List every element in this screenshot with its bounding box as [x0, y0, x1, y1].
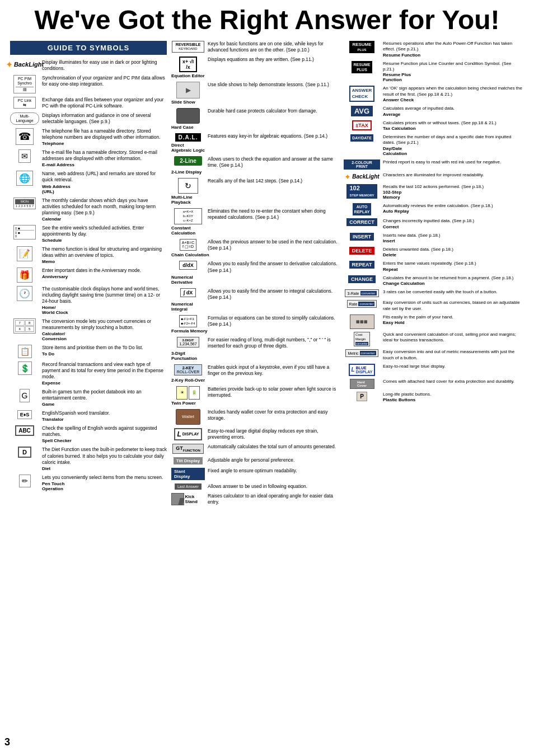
backlight2-desc: Characters are illuminated for improved …	[383, 172, 524, 178]
list-item: 🌐 Name, web address (URL) and remarks ar…	[10, 171, 167, 194]
multi-lang-icon: Multi-Language	[10, 112, 39, 124]
left-column: GUIDE TO SYMBOLS ✦ BackLight Display ill…	[10, 41, 167, 495]
list-item: d/dX Allows you to easily find the answe…	[171, 261, 339, 284]
formula-name: Formula Memory	[171, 328, 339, 334]
list-item: MON 1234567 The monthly calendar shows w…	[10, 198, 167, 222]
display-icon: L DISPLAY	[171, 428, 205, 440]
list-item: Tilt Display Adjustable angle for person…	[171, 457, 339, 464]
list-item: PC Link ⇆ Exchange data and files betwee…	[10, 97, 167, 109]
2line-icon: 2-Line	[171, 156, 205, 166]
rate-desc: Easy conversion of units such as currenc…	[383, 300, 524, 312]
easyhold-name: Easy Hold	[383, 320, 524, 325]
3rate-desc: 3 rates can be converted easily with the…	[383, 289, 524, 295]
step-memory-icon: 102STEP MEMORY	[344, 184, 380, 199]
easyhold-desc: Fits easily in the palm of your hand.	[383, 314, 524, 320]
repeat-name: Repeat	[383, 267, 524, 272]
list-item: L DISPLAY Easy-to-read large digital dis…	[171, 428, 339, 440]
chain-desc: Allows the previous answer to be used in…	[208, 239, 339, 251]
list-item: REPEAT Enters the same values repeatedly…	[344, 261, 524, 272]
3digit-name: 3-DigitPunctuation	[171, 351, 339, 361]
constant-icon: a×K=X b÷K≡Y c÷K=Z	[171, 208, 205, 224]
page-title: We've Got the Right Answer for You!	[10, 6, 524, 35]
pentouch-desc: Lets you conveniently select items from …	[42, 475, 167, 481]
insert-name: Insert	[383, 238, 524, 243]
mid-column: REVERSIBLE KEYBOARD Keys for basic funct…	[171, 41, 339, 509]
delete-desc: Deletes unwanted data. (See p.18.)	[383, 247, 524, 252]
conversion-name: Calculator/Conversion	[42, 331, 167, 341]
list-item: ✦ BackLight Characters are illuminated f…	[344, 172, 524, 181]
integral-desc: Allows you to easily find the answer to …	[208, 288, 339, 300]
3rate-icon: 3-Rate converter	[344, 289, 380, 297]
avg-desc: Calculates average of inputted data.	[383, 106, 524, 111]
game-name: Game	[42, 402, 167, 407]
change-name: Change Calculation	[383, 281, 524, 286]
gt-desc: Automatically calculates the total sum o…	[208, 444, 339, 450]
metric-icon: Metric converter	[344, 349, 380, 357]
memo-icon: 📝	[10, 246, 39, 261]
multi-lang-desc: Displays information and guidance in one…	[42, 112, 167, 125]
list-item: 💲 Record financial transactions and view…	[10, 361, 167, 386]
expense-name: Expense	[42, 381, 167, 386]
list-item: Kick Stand Raises calculator to an ideal…	[171, 493, 339, 505]
tax-icon: ±TAX	[344, 120, 380, 130]
resume-plus-name: Resume PlusFunction	[383, 72, 524, 82]
2key-icon: 2-KEY ROLL-OVER	[171, 364, 205, 375]
hardcover-icon: HardCover	[344, 379, 380, 389]
formula-desc: Formulas or equations can be stored to s…	[208, 315, 339, 327]
pc-link-desc: Exchange data and files between your org…	[42, 97, 167, 109]
list-item: DELETE Deletes unwanted data. (See p.18.…	[344, 247, 524, 258]
kickstand-icon: Kick Stand	[171, 493, 205, 505]
list-item: Cost Margin converter Quick and convenie…	[344, 332, 524, 346]
game-desc: Built-in games turn the pocket databook …	[42, 389, 167, 401]
telephone-desc: The telephone file has a nameable direct…	[42, 128, 167, 140]
list-item: D The Diet Function uses the built-in pe…	[10, 447, 167, 471]
right-column: RESUMEPLUS Resumes operations after the …	[344, 41, 524, 406]
game-icon: G	[10, 389, 39, 402]
list-item: Metric converter Easy conversion into an…	[344, 349, 524, 361]
twinpower-name: Twin Power	[171, 401, 339, 406]
list-item: HardCover Comes with attached hard cover…	[344, 379, 524, 389]
resume-plus-icon: RESUMEPLUS	[344, 61, 380, 73]
autoreplay-name: Auto Replay	[383, 209, 524, 214]
daydate-name: Day/DateCalculation	[383, 146, 524, 156]
autoreplay-icon: AUTOREPLAY	[344, 203, 380, 215]
web-icon: 🌐	[10, 171, 39, 186]
daydate-desc: Determines the number of days and a spec…	[383, 134, 524, 146]
avg-name: Average	[383, 112, 524, 117]
dal-desc: Features easy key-in for algebraic equat…	[208, 133, 339, 139]
change-desc: Calculates the amount to be returned fro…	[383, 275, 524, 281]
slideshow-icon: ▶	[171, 82, 205, 98]
calendar-name: Calendar	[42, 217, 167, 222]
colour-print-icon: 2-COLOUR PRINT	[344, 159, 380, 170]
2key-name: 2-Key Roll-Over	[171, 378, 339, 383]
list-item: 3.DIGIT 1,234,567 For easier reading of …	[171, 337, 339, 360]
tax-name: Tax Calculation	[383, 126, 524, 131]
anniversary-desc: Enter important dates in the Anniversary…	[42, 267, 167, 274]
resume-name: Resume Function	[383, 53, 524, 58]
expense-desc: Record financial transactions and view e…	[42, 361, 167, 380]
expense-icon: 💲	[10, 361, 39, 375]
deriv-icon: d/dX	[171, 261, 205, 270]
daydate-icon: DAY/DATE	[344, 134, 380, 142]
list-item: PC PIM Synchro ▤ Synchronisation of your…	[10, 75, 167, 93]
plastic-name: Plastic Buttons	[383, 397, 524, 402]
list-item: 🕐 The customisable clock displays home a…	[10, 286, 167, 315]
todo-name: To Do	[42, 351, 167, 356]
page-number: 3	[4, 736, 10, 748]
deriv-name: NumericalDerivative	[171, 275, 339, 285]
deriv-desc: Allows you to easily find the answer to …	[208, 261, 339, 273]
list-item: AUTOREPLAY Automatically reviews the ent…	[344, 203, 524, 215]
delete-name: Delete	[383, 252, 524, 257]
correct-desc: Changes incorrectly inputted data. (See …	[383, 218, 524, 224]
chain-icon: A+B=C f ▢=D	[171, 239, 205, 251]
reversible-keyboard-desc: Keys for basic functions are on one side…	[208, 41, 339, 53]
web-desc: Name, web address (URL) and remarks are …	[42, 171, 167, 183]
backlight-icon: ✦ BackLight	[10, 59, 39, 70]
email-name: E-mail Address	[42, 162, 167, 167]
worldclock-desc: The customisable clock displays home and…	[42, 286, 167, 304]
list-item: ±TAX Calculates prices with or without t…	[344, 120, 524, 132]
constant-desc: Eliminates the need to re-enter the cons…	[208, 208, 339, 220]
resume-icon: RESUMEPLUS	[344, 41, 380, 53]
list-item: ✏ Lets you conveniently select items fro…	[10, 475, 167, 491]
chain-name: Chain Calculation	[171, 252, 339, 257]
